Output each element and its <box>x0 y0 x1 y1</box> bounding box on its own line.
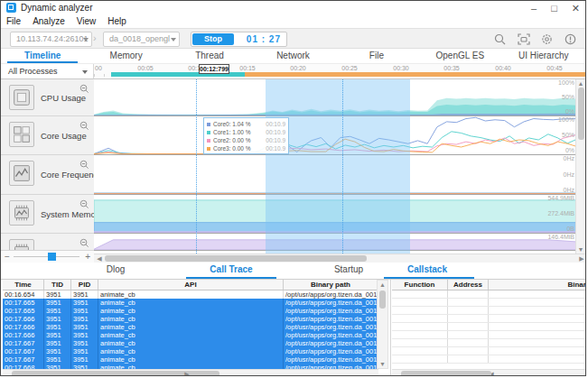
tooltip-row: Core2: 0.00 %00:10.9 <box>207 136 285 144</box>
menu-item-view[interactable]: View <box>77 16 97 26</box>
cursor-time-box[interactable]: 00:12:799 <box>199 64 229 74</box>
settings-icon[interactable] <box>539 32 555 47</box>
table-row[interactable]: 00:17.66639513951animate_cb/opt/usr/apps… <box>3 315 378 323</box>
table-vertical-scrollbar[interactable]: ▲ ▼ <box>377 280 388 369</box>
charts-horizontal-scrollbar[interactable]: ◀ ▶ <box>94 254 586 263</box>
table-cell <box>392 331 448 338</box>
chart-sidebar: − + CPU UsageCore UsageCore FrequencySys… <box>1 79 94 263</box>
zoom-out-button[interactable] <box>79 235 89 245</box>
zoom-slider-track[interactable] <box>14 256 79 257</box>
table-row[interactable]: 00:17.66739513951animate_cb/opt/usr/apps… <box>3 339 378 347</box>
column-header-binary-path[interactable]: Binary path <box>284 280 378 290</box>
zoom-out-button[interactable] <box>79 157 89 167</box>
scrollbar-thumb[interactable] <box>401 371 491 376</box>
tab-thread[interactable]: Thread <box>168 49 251 63</box>
table-row[interactable]: 00:17.66639513951animate_cb/opt/usr/apps… <box>3 331 378 339</box>
zoom-out-button[interactable] <box>79 81 89 91</box>
zoom-plus[interactable]: + <box>85 251 90 263</box>
sidebar-row-core-usage[interactable]: Core Usage <box>1 116 94 155</box>
sidebar-row-process-memory[interactable] <box>1 234 94 251</box>
table-cell: 00:17.666 <box>3 331 44 339</box>
scrollbar-thumb[interactable] <box>379 290 386 309</box>
process-filter-select[interactable]: All Processes <box>1 64 94 79</box>
tab-memory[interactable]: Memory <box>84 49 167 63</box>
table-cell: /opt/usr/apps/org.tizen.da_0018_opengl/b… <box>284 299 378 307</box>
tab-call-trace[interactable]: Call Trace <box>210 264 252 274</box>
table-cell: animate_cb <box>98 355 284 364</box>
menu-item-help[interactable]: Help <box>107 16 126 26</box>
table-cell: 3951 <box>44 331 71 339</box>
menu-item-analyze[interactable]: Analyze <box>33 16 65 26</box>
table-row-empty <box>392 347 586 355</box>
zoom-out-button[interactable] <box>79 118 89 128</box>
column-header-api[interactable]: API <box>98 280 284 290</box>
callstack-horizontal-scrollbar[interactable]: ◀ <box>392 369 586 376</box>
column-header-address[interactable]: Address <box>448 280 489 290</box>
scroll-up-icon[interactable]: ▲ <box>378 281 387 288</box>
table-row[interactable]: 00:16.65439513951animate_cb/opt/usr/apps… <box>3 290 378 299</box>
minimize-button[interactable]: – <box>531 4 537 13</box>
tab-callstack[interactable]: Callstack <box>407 264 447 274</box>
device-select[interactable]: 10.113.74.24:26101 <box>10 32 92 47</box>
selection-band[interactable] <box>266 79 410 254</box>
zoom-slider[interactable]: − + <box>1 251 94 263</box>
timeline-ruler[interactable]: 00:12:799 0000:0500:1000:1500:2000:2500:… <box>94 64 586 79</box>
maximize-button[interactable]: □ <box>551 4 557 13</box>
table-row[interactable]: 00:17.66639513951animate_cb/opt/usr/apps… <box>3 323 378 331</box>
tab-timeline[interactable]: Timeline <box>1 49 84 63</box>
column-header-binary-path[interactable]: Binary path <box>489 280 586 290</box>
zoom-out-button[interactable] <box>79 197 89 207</box>
search-icon[interactable] <box>492 32 508 47</box>
column-header-time[interactable]: Time <box>3 280 44 290</box>
bottom-panels: TimeTIDPIDAPIBinary path00:16.6543951395… <box>1 279 585 376</box>
tooltip-row: Core0: 1.04 %00:10.9 <box>207 120 285 128</box>
table-row[interactable]: 00:17.66739513951animate_cb/opt/usr/apps… <box>3 355 378 364</box>
app-window: Dynamic analyzer – □ ✕ FileAnalyzeViewHe… <box>0 0 586 376</box>
menu-item-file[interactable]: File <box>6 16 21 26</box>
tab-opengl-es[interactable]: OpenGL ES <box>418 49 501 63</box>
close-button[interactable]: ✕ <box>572 4 580 13</box>
axis-label: 0B <box>566 226 574 232</box>
column-header-function[interactable]: Function <box>392 280 448 290</box>
scroll-left-icon[interactable]: ◀ <box>96 255 103 263</box>
window-title: Dynamic analyzer <box>21 3 92 13</box>
table-horizontal-scrollbar[interactable]: ◀ ▶ <box>3 369 378 376</box>
zoom-minus[interactable]: − <box>5 251 10 263</box>
stop-button[interactable]: Stop <box>192 33 234 45</box>
tab-dlog[interactable]: Dlog <box>107 264 126 274</box>
tab-startup[interactable]: Startup <box>334 264 363 274</box>
scroll-down-icon[interactable]: ▼ <box>378 361 387 367</box>
timeline-content: − + CPU UsageCore UsageCore FrequencySys… <box>1 79 585 263</box>
scroll-right-icon[interactable]: ▶ <box>578 255 585 263</box>
tab-file[interactable]: File <box>335 49 418 63</box>
tab-network[interactable]: Network <box>251 49 334 63</box>
info-icon[interactable] <box>563 32 578 47</box>
scroll-up-icon[interactable]: ▲ <box>576 80 585 87</box>
table-row[interactable]: 00:17.66539513951animate_cb/opt/usr/apps… <box>3 307 378 315</box>
sidebar-row-cpu-usage[interactable]: CPU Usage <box>1 79 94 116</box>
table-cell: 3951 <box>44 347 71 355</box>
column-header-pid[interactable]: PID <box>71 280 98 290</box>
chart-area[interactable]: Core0: 1.04 %00:10.9Core1: 1.00 %00:10.9… <box>94 79 577 254</box>
axis-label: 0Hz <box>564 171 574 178</box>
app-select[interactable]: da_0018_opengl <box>103 32 180 47</box>
table-row-empty <box>392 299 586 307</box>
sidebar-row-core-frequency[interactable]: Core Frequency <box>1 155 94 195</box>
table-row[interactable]: 00:17.66539513951animate_cb/opt/usr/apps… <box>3 299 378 307</box>
scrollbar-thumb[interactable] <box>578 88 584 140</box>
tab-ui-hierarchy[interactable]: UI Hierarchy <box>502 49 585 63</box>
sidebar-row-system-memory[interactable]: System Memory <box>1 195 94 234</box>
zoom-slider-thumb[interactable] <box>48 253 56 261</box>
scrollbar-thumb[interactable] <box>105 255 367 262</box>
table-cell: 00:17.666 <box>3 323 44 331</box>
scroll-down-icon[interactable]: ▼ <box>576 246 585 253</box>
column-header-tid[interactable]: TID <box>44 280 71 290</box>
ruler-remaining-bar <box>245 72 586 77</box>
table-row[interactable]: 00:17.66739513951animate_cb/opt/usr/apps… <box>3 347 378 355</box>
table-cell <box>392 355 448 363</box>
screenshot-icon[interactable] <box>516 32 531 47</box>
scroll-right-icon[interactable]: ▶ <box>0 371 375 376</box>
table-cell: 3951 <box>44 355 71 364</box>
table-cell: /opt/usr/apps/org.tizen.da_0018_opengl/b… <box>284 331 378 339</box>
charts-vertical-scrollbar[interactable]: ▲ ▼ <box>575 79 585 254</box>
